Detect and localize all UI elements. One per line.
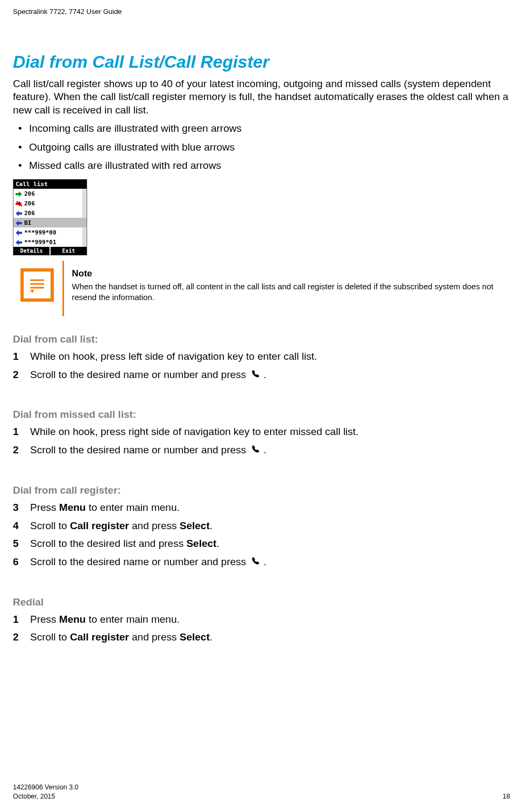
page-number: 18: [503, 792, 510, 801]
section-heading: Redial: [13, 596, 510, 608]
phone-list-text: 206: [24, 210, 35, 217]
page-footer: 14226906 Version 3.0 October, 2015 18: [13, 783, 510, 801]
svg-marker-5: [16, 230, 22, 236]
step-item: Press Menu to enter main menu.: [13, 501, 510, 515]
steps-list: Press Menu to enter main menu. Scroll to…: [13, 501, 510, 569]
step-item: Press Menu to enter main menu.: [13, 612, 510, 626]
phone-screenshot: Call list 206 206 206 BI: [13, 179, 510, 255]
footer-version: 14226906 Version 3.0: [13, 783, 79, 792]
note-body: When the handset is turned off, all cont…: [72, 281, 510, 302]
note-icon: [20, 268, 54, 302]
phone-softkey-left: Details: [13, 247, 50, 255]
call-icon: [250, 444, 260, 458]
phone-softkey-right: Exit: [50, 247, 87, 255]
arrow-left-blue-icon: [16, 210, 24, 217]
svg-marker-4: [16, 220, 22, 226]
phone-list-row: ***999*01: [13, 237, 87, 247]
call-icon: [250, 555, 260, 569]
steps-list: While on hook, press right side of navig…: [13, 425, 510, 457]
arrow-left-blue-icon: [16, 229, 24, 236]
note-divider-bar: [62, 261, 64, 316]
phone-list-row: ***999*00: [13, 227, 87, 237]
step-item: Scroll to the desired list and press Sel…: [13, 537, 510, 551]
list-item: Outgoing calls are illustrated with blue…: [13, 141, 510, 154]
step-item: While on hook, press left side of naviga…: [13, 350, 510, 364]
phone-frame: Call list 206 206 206 BI: [13, 179, 87, 255]
note-block: Note When the handset is turned off, all…: [20, 268, 510, 302]
phone-list-text: ***999*01: [24, 239, 56, 246]
note-title: Note: [72, 268, 510, 279]
arrow-right-green-icon: [16, 190, 24, 197]
phone-list-text: BI: [24, 219, 31, 226]
page-title: Dial from Call List/Call Register: [13, 52, 510, 72]
phone-list-row: 206: [13, 189, 87, 198]
section-heading: Dial from call register:: [13, 485, 510, 496]
arrow-right-red-missed-icon: [16, 200, 24, 207]
section-heading: Dial from call list:: [13, 333, 510, 345]
feature-bullet-list: Incoming calls are illustrated with gree…: [13, 122, 510, 173]
phone-call-list: 206 206 206 BI ***999*00: [13, 189, 87, 247]
step-item: Scroll to Call register and press Select…: [13, 630, 510, 644]
section-heading: Dial from missed call list:: [13, 409, 510, 421]
document-header: Spectralink 7722, 7742 User Guide: [13, 8, 510, 16]
phone-list-text: 206: [24, 190, 35, 197]
call-icon: [250, 368, 260, 382]
step-item: Scroll to the desired name or number and…: [13, 368, 510, 382]
phone-list-row-selected: BI: [13, 218, 87, 227]
list-item: Incoming calls are illustrated with gree…: [13, 122, 510, 136]
footer-date: October, 2015: [13, 792, 79, 801]
step-item: Scroll to the desired name or number and…: [13, 443, 510, 458]
phone-titlebar: Call list: [13, 180, 87, 189]
phone-list-row: 206: [13, 208, 87, 218]
svg-marker-3: [16, 211, 22, 216]
svg-marker-6: [16, 240, 22, 245]
step-item: Scroll to Call register and press Select…: [13, 519, 510, 533]
svg-marker-0: [16, 191, 22, 197]
phone-list-text: 206: [24, 200, 35, 207]
arrow-left-blue-icon: [16, 239, 24, 246]
list-item: Missed calls are illustrated with red ar…: [13, 159, 510, 173]
svg-marker-10: [30, 290, 34, 293]
arrow-left-blue-icon: [16, 219, 24, 226]
steps-list: While on hook, press left side of naviga…: [13, 350, 510, 382]
step-item: Scroll to the desired name or number and…: [13, 555, 510, 569]
steps-list: Press Menu to enter main menu. Scroll to…: [13, 612, 510, 644]
step-item: While on hook, press right side of navig…: [13, 425, 510, 439]
intro-paragraph: Call list/call register shows up to 40 o…: [13, 77, 510, 117]
phone-list-row: 206: [13, 198, 87, 208]
phone-softkeys: Details Exit: [13, 247, 87, 255]
phone-list-text: ***999*00: [24, 229, 56, 236]
